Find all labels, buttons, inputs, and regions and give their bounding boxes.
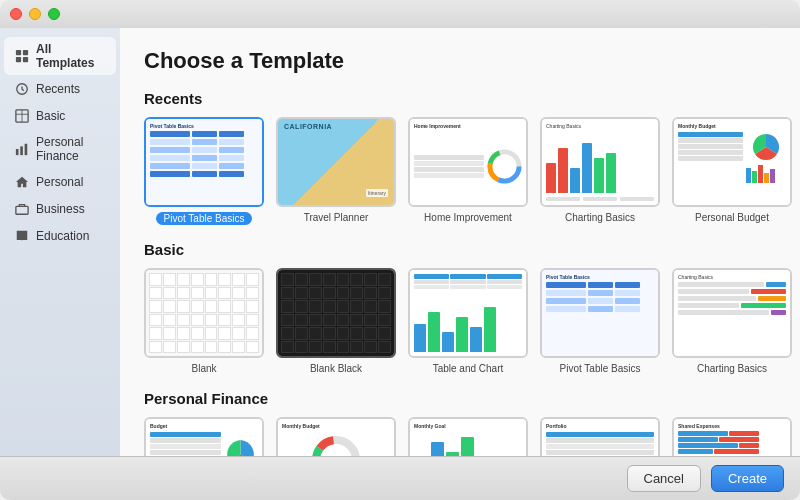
- svg-rect-3: [23, 57, 28, 62]
- template-thumb: Shared Expenses: [672, 417, 792, 456]
- close-button[interactable]: [10, 8, 22, 20]
- thumb-content: Pivot Table Basics: [542, 270, 658, 356]
- template-label: Table and Chart: [433, 363, 504, 374]
- recents-grid: Pivot Table Basics: [144, 117, 776, 225]
- sidebar: All Templates Recents: [0, 28, 120, 456]
- thumb-content: CALIFORNIA Itinerary: [278, 119, 394, 205]
- section-title-personal-finance: Personal Finance: [144, 390, 776, 407]
- sidebar-item-label: Recents: [36, 82, 80, 96]
- sidebar-item-label: Education: [36, 229, 89, 243]
- template-thumb: [144, 268, 264, 358]
- sidebar-item-all-templates[interactable]: All Templates: [4, 37, 116, 75]
- template-card-travel-planner[interactable]: CALIFORNIA Itinerary Travel Planner: [276, 117, 396, 225]
- basic-grid: Blank Blank Black: [144, 268, 776, 374]
- template-card-blank[interactable]: Blank: [144, 268, 264, 374]
- sidebar-item-label: Personal Finance: [36, 135, 106, 163]
- template-card-pivot-table-basics[interactable]: Pivot Table Basics: [144, 117, 264, 225]
- template-card-personal-budget[interactable]: Monthly Budget: [672, 117, 792, 225]
- template-label: Blank Black: [310, 363, 362, 374]
- template-card-table-and-chart[interactable]: Table and Chart: [408, 268, 528, 374]
- page-title: Choose a Template: [144, 48, 776, 74]
- template-label: Pivot Table Basics: [156, 212, 253, 225]
- template-thumb: [276, 268, 396, 358]
- template-card-shared-expenses[interactable]: Shared Expenses: [672, 417, 792, 456]
- cancel-button[interactable]: Cancel: [627, 465, 701, 492]
- footer: Cancel Create: [0, 456, 800, 500]
- svg-rect-9: [20, 146, 23, 155]
- svg-rect-11: [16, 206, 28, 214]
- sidebar-item-education[interactable]: Education: [4, 223, 116, 249]
- template-card-blank-black[interactable]: Blank Black: [276, 268, 396, 374]
- template-thumb: CALIFORNIA Itinerary: [276, 117, 396, 207]
- template-thumb: Monthly Budget Budget: [276, 417, 396, 456]
- table-icon: [14, 108, 30, 124]
- main-area: Choose a Template Recents Pivot Table Ba…: [120, 28, 800, 456]
- template-label: Home Improvement: [424, 212, 512, 223]
- svg-rect-8: [16, 149, 19, 155]
- sidebar-item-label: Personal: [36, 175, 83, 189]
- create-button[interactable]: Create: [711, 465, 784, 492]
- template-thumb: Pivot Table Basics: [540, 268, 660, 358]
- section-title-basic: Basic: [144, 241, 776, 258]
- sidebar-item-personal[interactable]: Personal: [4, 169, 116, 195]
- minimize-button[interactable]: [29, 8, 41, 20]
- template-card-charting-basics[interactable]: Charting Basics: [540, 117, 660, 225]
- book-icon: [14, 228, 30, 244]
- briefcase-icon: [14, 201, 30, 217]
- sidebar-item-label: Business: [36, 202, 85, 216]
- thumb-content: [146, 270, 262, 356]
- grid-icon: [14, 48, 30, 64]
- home-icon: [14, 174, 30, 190]
- template-label: Travel Planner: [304, 212, 369, 223]
- template-card-charting-basics-2[interactable]: Charting Basics: [672, 268, 792, 374]
- template-thumb: Budget: [144, 417, 264, 456]
- template-thumb: Portfolio ▲ 12.4%: [540, 417, 660, 456]
- template-thumb: Home Improvement: [408, 117, 528, 207]
- template-thumb: [408, 268, 528, 358]
- template-label: Pivot Table Basics: [560, 363, 641, 374]
- clock-icon: [14, 81, 30, 97]
- template-label: Charting Basics: [697, 363, 767, 374]
- template-card-budget[interactable]: Budget: [144, 417, 264, 456]
- sidebar-item-basic[interactable]: Basic: [4, 103, 116, 129]
- template-label: Personal Budget: [695, 212, 769, 223]
- main-content: All Templates Recents: [0, 28, 800, 456]
- sidebar-item-business[interactable]: Business: [4, 196, 116, 222]
- svg-rect-10: [25, 144, 28, 155]
- sidebar-item-label: All Templates: [36, 42, 106, 70]
- thumb-content: [278, 270, 394, 356]
- maximize-button[interactable]: [48, 8, 60, 20]
- svg-rect-0: [16, 50, 21, 55]
- thumb-content: Pivot Table Basics: [146, 119, 262, 205]
- sidebar-item-recents[interactable]: Recents: [4, 76, 116, 102]
- template-label: Blank: [191, 363, 216, 374]
- sidebar-item-personal-finance[interactable]: Personal Finance: [4, 130, 116, 168]
- chart-icon: [14, 141, 30, 157]
- template-thumb: Monthly Budget: [672, 117, 792, 207]
- template-card-monthly-goal[interactable]: Monthly Goal Monthly Goal: [408, 417, 528, 456]
- section-title-recents: Recents: [144, 90, 776, 107]
- template-thumb: Charting Basics: [672, 268, 792, 358]
- personal-finance-grid: Budget: [144, 417, 776, 456]
- template-thumb: Monthly Goal: [408, 417, 528, 456]
- sidebar-item-label: Basic: [36, 109, 65, 123]
- template-card-home-improvement[interactable]: Home Improvement: [408, 117, 528, 225]
- app-window: All Templates Recents: [0, 0, 800, 500]
- svg-rect-2: [16, 57, 21, 62]
- svg-rect-1: [23, 50, 28, 55]
- template-card-pivot-table-basics-2[interactable]: Pivot Table Basics: [540, 268, 660, 374]
- template-card-portfolio[interactable]: Portfolio ▲ 12.4% Portfolio: [540, 417, 660, 456]
- template-card-monthly-budget[interactable]: Monthly Budget Budget: [276, 417, 396, 456]
- template-thumb: Pivot Table Basics: [144, 117, 264, 207]
- template-thumb: Charting Basics: [540, 117, 660, 207]
- template-label: Charting Basics: [565, 212, 635, 223]
- titlebar: [0, 0, 800, 28]
